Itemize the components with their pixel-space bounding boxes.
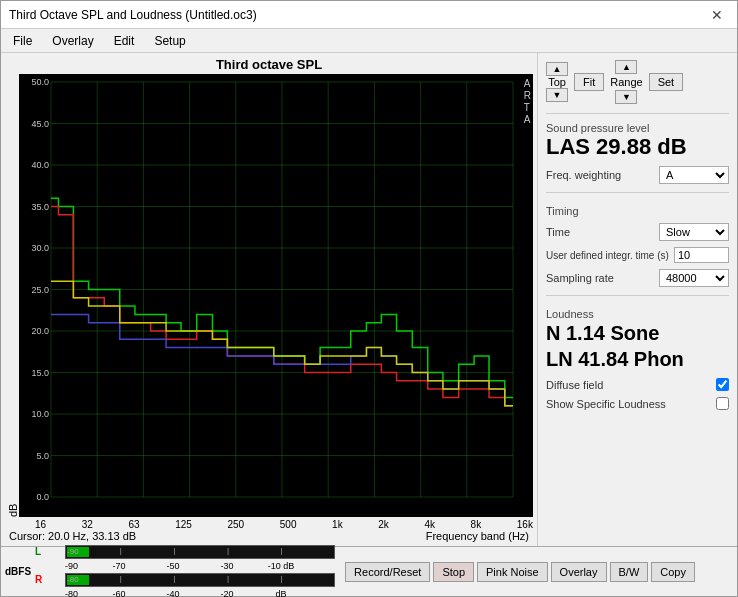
- time-label: Time: [546, 226, 655, 238]
- pink-noise-button[interactable]: Pink Noise: [477, 562, 548, 582]
- menu-bar: File Overlay Edit Setup: [1, 29, 737, 53]
- top-spinbox: ▲ Top ▼: [546, 62, 568, 102]
- timing-section-title: Timing: [546, 205, 729, 217]
- arta-label: ARTA: [524, 78, 531, 126]
- action-buttons: Record/Reset Stop Pink Noise Overlay B/W…: [345, 562, 695, 582]
- diffuse-field-label: Diffuse field: [546, 379, 712, 391]
- sampling-rate-row: Sampling rate 441004800096000: [546, 269, 729, 287]
- dbfs-L-row: L -90 | | | |: [35, 545, 335, 559]
- chart-bottom: 16 32 63 125 250 500 1k 2k 4k 8k 16k Cur…: [5, 519, 533, 542]
- tick2-minus40: -40: [167, 589, 180, 598]
- range-label: Range: [610, 76, 642, 88]
- menu-overlay[interactable]: Overlay: [44, 32, 101, 50]
- x-tick-250: 250: [228, 519, 245, 530]
- title-bar: Third Octave SPL and Loudness (Untitled.…: [1, 1, 737, 29]
- x-tick-1k: 1k: [332, 519, 343, 530]
- dbfs-R-bar: -80 | | | |: [65, 573, 335, 587]
- stop-button[interactable]: Stop: [433, 562, 474, 582]
- sampling-rate-label: Sampling rate: [546, 272, 655, 284]
- user-integr-label: User defined integr. time (s): [546, 250, 670, 261]
- spl-section: Sound pressure level LAS 29.88 dB: [546, 122, 729, 160]
- y-axis-label: dB: [5, 74, 19, 517]
- x-tick-2k: 2k: [378, 519, 389, 530]
- fit-button[interactable]: Fit: [574, 73, 604, 91]
- bottom-bar: dBFS L -90 | | | | -90 -70 -50: [1, 546, 737, 596]
- tick2-minus80: -80: [65, 589, 78, 598]
- freq-band-label: Frequency band (Hz): [426, 530, 529, 542]
- tick-minus50: -50: [167, 561, 180, 571]
- chart-title: Third octave SPL: [5, 57, 533, 72]
- time-row: Time SlowFastImpulse: [546, 223, 729, 241]
- user-integr-row: User defined integr. time (s): [546, 247, 729, 263]
- fit-group: Fit: [574, 59, 604, 105]
- dbfs-L-bar: -90 | | | |: [65, 545, 335, 559]
- tick-minus30: -30: [221, 561, 234, 571]
- show-specific-label: Show Specific Loudness: [546, 398, 712, 410]
- tick2-minus20: -20: [221, 589, 234, 598]
- show-specific-checkbox[interactable]: [716, 397, 729, 410]
- dbfs-section: L -90 | | | | -90 -70 -50 -30 -10 dB: [35, 545, 335, 598]
- loudness-LN-value: LN 41.84 Phon: [546, 346, 729, 372]
- diffuse-field-checkbox[interactable]: [716, 378, 729, 391]
- freq-weighting-select[interactable]: ABCZ: [659, 166, 729, 184]
- x-tick-16k: 16k: [517, 519, 533, 530]
- range-up-btn[interactable]: ▲: [615, 60, 637, 74]
- chart-wrapper: dB ARTA: [5, 74, 533, 517]
- bw-button[interactable]: B/W: [610, 562, 649, 582]
- diffuse-field-row: Diffuse field: [546, 378, 729, 391]
- chart-canvas: [19, 74, 533, 517]
- R-label: R: [35, 574, 63, 585]
- user-integr-input[interactable]: [674, 247, 729, 263]
- close-button[interactable]: ✕: [705, 5, 729, 25]
- top-label: Top: [548, 76, 566, 88]
- menu-setup[interactable]: Setup: [146, 32, 193, 50]
- x-tick-63: 63: [128, 519, 139, 530]
- L-label: L: [35, 546, 63, 557]
- top-down-btn[interactable]: ▼: [546, 88, 568, 102]
- cursor-value: Cursor: 20.0 Hz, 33.13 dB: [9, 530, 136, 542]
- dbfs-label: dBFS: [5, 566, 31, 577]
- top-controls: ▲ Top ▼ Fit ▲ Range ▼ Set: [546, 59, 729, 105]
- time-select[interactable]: SlowFastImpulse: [659, 223, 729, 241]
- top-up-btn[interactable]: ▲: [546, 62, 568, 76]
- range-set-group: ▲ Range ▼: [610, 60, 642, 104]
- set-button[interactable]: Set: [649, 73, 684, 91]
- x-tick-4k: 4k: [424, 519, 435, 530]
- cursor-info: Cursor: 20.0 Hz, 33.13 dB Frequency band…: [5, 530, 533, 542]
- record-reset-button[interactable]: Record/Reset: [345, 562, 430, 582]
- loudness-section-title: Loudness: [546, 308, 729, 320]
- menu-file[interactable]: File: [5, 32, 40, 50]
- right-panel: ▲ Top ▼ Fit ▲ Range ▼ Set: [537, 53, 737, 546]
- tick-minus90: -90: [65, 561, 78, 571]
- show-specific-row: Show Specific Loudness: [546, 397, 729, 410]
- loudness-section: Loudness N 1.14 Sone LN 41.84 Phon: [546, 304, 729, 372]
- window-title: Third Octave SPL and Loudness (Untitled.…: [9, 8, 257, 22]
- x-tick-8k: 8k: [471, 519, 482, 530]
- spl-section-title: Sound pressure level: [546, 122, 729, 134]
- overlay-button[interactable]: Overlay: [551, 562, 607, 582]
- spl-value: LAS 29.88 dB: [546, 134, 729, 160]
- dbfs-tick-labels-2: -80 -60 -40 -20 dB: [65, 589, 335, 598]
- x-tick-125: 125: [175, 519, 192, 530]
- tick-minus10: -10 dB: [268, 561, 295, 571]
- x-tick-500: 500: [280, 519, 297, 530]
- freq-weighting-label: Freq. weighting: [546, 169, 655, 181]
- copy-button[interactable]: Copy: [651, 562, 695, 582]
- main-content: Third octave SPL dB ARTA 16 32 63 125 25…: [1, 53, 737, 546]
- tick2-db: dB: [276, 589, 287, 598]
- tick2-minus60: -60: [113, 589, 126, 598]
- range-down-btn[interactable]: ▼: [615, 90, 637, 104]
- dbfs-tick-labels: -90 -70 -50 -30 -10 dB: [65, 561, 335, 571]
- main-window: Third Octave SPL and Loudness (Untitled.…: [0, 0, 738, 597]
- dbfs-R-row: R -80 | | | |: [35, 573, 335, 587]
- menu-edit[interactable]: Edit: [106, 32, 143, 50]
- x-tick-16: 16: [35, 519, 46, 530]
- loudness-N-value: N 1.14 Sone: [546, 320, 729, 346]
- x-axis-labels: 16 32 63 125 250 500 1k 2k 4k 8k 16k: [5, 519, 533, 530]
- tick-minus70: -70: [113, 561, 126, 571]
- sampling-rate-select[interactable]: 441004800096000: [659, 269, 729, 287]
- set-group: Set: [649, 59, 684, 105]
- chart-area: Third octave SPL dB ARTA 16 32 63 125 25…: [1, 53, 537, 546]
- freq-weighting-row: Freq. weighting ABCZ: [546, 166, 729, 184]
- x-tick-32: 32: [82, 519, 93, 530]
